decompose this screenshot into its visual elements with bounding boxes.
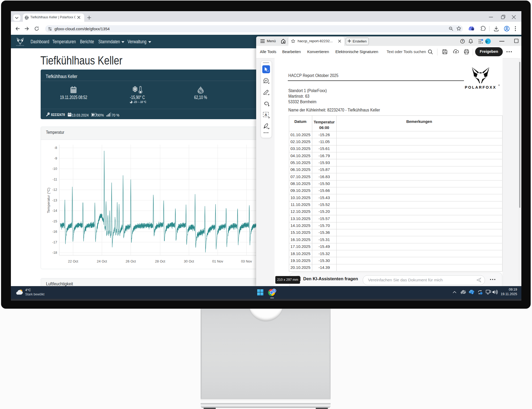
svg-text:30 Oct: 30 Oct	[184, 259, 194, 263]
svg-text:i: i	[472, 292, 472, 294]
svg-text:28 Oct: 28 Oct	[155, 259, 165, 263]
svg-text:-10: -10	[52, 167, 57, 171]
svg-text:-8: -8	[54, 146, 57, 150]
svg-text:-15: -15	[52, 219, 57, 223]
svg-text:Temperatur (°C): Temperatur (°C)	[47, 188, 50, 213]
svg-text:01 Nov: 01 Nov	[212, 259, 223, 263]
svg-text:-14: -14	[52, 209, 57, 213]
svg-text:-16: -16	[52, 230, 57, 234]
svg-text:-12: -12	[52, 188, 57, 192]
svg-text:-17: -17	[52, 240, 57, 244]
svg-text:22 Oct: 22 Oct	[68, 259, 78, 263]
svg-text:POLARFOXX: POLARFOXX	[465, 85, 496, 89]
svg-text:24 Oct: 24 Oct	[97, 259, 107, 263]
svg-text:-18: -18	[52, 251, 57, 255]
svg-text:POLARFOXX: POLARFOXX	[16, 45, 24, 46]
svg-text:-11: -11	[53, 178, 57, 181]
svg-text:03 Nov: 03 Nov	[241, 259, 252, 263]
svg-text:-9: -9	[54, 157, 57, 160]
svg-text:?: ?	[462, 40, 463, 43]
svg-text:®: ®	[498, 84, 500, 87]
svg-text:-13: -13	[52, 199, 57, 202]
svg-text:26 Oct: 26 Oct	[126, 259, 136, 263]
svg-text:A: A	[265, 113, 267, 117]
